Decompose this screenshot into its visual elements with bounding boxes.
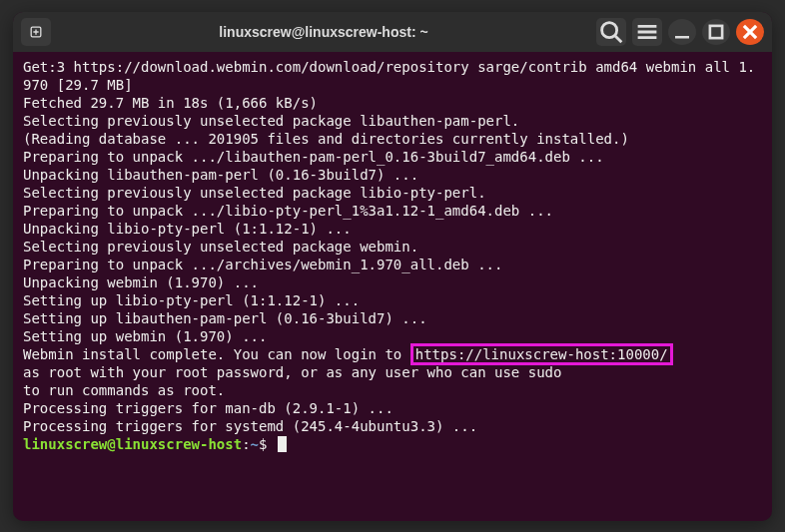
prompt-sep: : (242, 436, 250, 452)
window-title: linuxscrew@linuxscrew-host: ~ (59, 24, 588, 40)
output-line: (Reading database ... 201905 files and d… (23, 131, 629, 147)
output-line: Selecting previously unselected package … (23, 113, 519, 129)
minimize-button[interactable] (668, 19, 696, 45)
output-line: Get:3 https://download.webmin.com/downlo… (23, 59, 755, 93)
search-button[interactable] (596, 18, 626, 46)
output-line: Processing triggers for man-db (2.9.1-1)… (23, 400, 393, 416)
cursor (278, 436, 287, 452)
prompt-userhost: linuxscrew@linuxscrew-host (23, 436, 242, 452)
svg-line-4 (615, 35, 622, 42)
output-line: Webmin install complete. You can now log… (23, 346, 410, 362)
output-line: Processing triggers for systemd (245.4-4… (23, 418, 477, 434)
new-tab-button[interactable] (21, 18, 51, 46)
close-button[interactable] (736, 19, 764, 45)
output-line: to run commands as root. (23, 382, 225, 398)
output-line: Fetched 29.7 MB in 18s (1,666 kB/s) (23, 95, 318, 111)
svg-rect-9 (710, 25, 722, 37)
menu-button[interactable] (632, 18, 662, 46)
svg-point-3 (602, 22, 617, 37)
output-line: Unpacking libauthen-pam-perl (0.16-3buil… (23, 167, 418, 183)
highlighted-url: https://linuxscrew-host:10000/ (410, 343, 673, 365)
maximize-button[interactable] (702, 19, 730, 45)
terminal-body[interactable]: Get:3 https://download.webmin.com/downlo… (13, 52, 772, 521)
output-line: as root with your root password, or as a… (23, 364, 561, 380)
titlebar: linuxscrew@linuxscrew-host: ~ (13, 12, 772, 52)
output-line: Preparing to unpack .../archives/webmin_… (23, 257, 502, 272)
output-line: Preparing to unpack .../libauthen-pam-pe… (23, 149, 604, 165)
titlebar-right (596, 18, 764, 46)
prompt-path: ~ (251, 436, 259, 452)
terminal-window: linuxscrew@linuxscrew-host: ~ Get:3 http… (13, 12, 772, 521)
output-line: Setting up webmin (1.970) ... (23, 328, 267, 344)
output-line: Unpacking libio-pty-perl (1:1.12-1) ... (23, 221, 352, 237)
output-line: Setting up libio-pty-perl (1:1.12-1) ... (23, 292, 360, 308)
titlebar-left (21, 18, 51, 46)
output-line: Setting up libauthen-pam-perl (0.16-3bui… (23, 310, 427, 326)
output-line: Unpacking webmin (1.970) ... (23, 274, 259, 290)
output-line: Selecting previously unselected package … (23, 185, 486, 201)
output-line: Preparing to unpack .../libio-pty-perl_1… (23, 203, 553, 219)
prompt-symbol: $ (259, 436, 267, 452)
output-line: Selecting previously unselected package … (23, 239, 418, 255)
